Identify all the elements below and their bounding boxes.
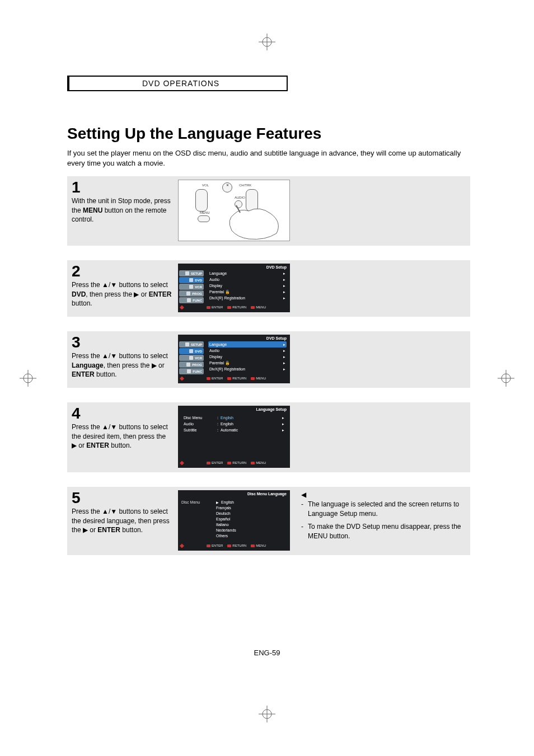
crop-mark-icon — [20, 370, 36, 387]
menu-icon — [251, 544, 255, 547]
menu-icon — [251, 377, 255, 380]
chevron-right-icon: ▸ — [283, 284, 285, 288]
chevron-right-icon: ▸ — [283, 349, 285, 353]
func-icon — [187, 369, 191, 373]
osd-language-setup: Language Setup Disc Menu:English▸ Audio:… — [178, 406, 290, 468]
step-text: With the unit in Stop mode, press the ME… — [72, 197, 171, 223]
step-text: Press the ▲/▼ buttons to select the desi… — [72, 423, 168, 449]
step-number: 5 — [72, 490, 172, 506]
crop-mark-icon — [259, 706, 275, 722]
chevron-right-icon: ▸ — [283, 271, 285, 276]
triangle-right-icon: ▶ — [216, 500, 219, 504]
return-icon — [227, 306, 231, 309]
page-number: ENG-59 — [0, 649, 534, 657]
step-text: Press the ▲/▼ buttons to select the desi… — [72, 508, 170, 533]
remote-vol-label: VOL — [202, 184, 209, 187]
osd-footer: ENTER RETURN MENU — [178, 303, 290, 311]
remote-vol-rocker — [195, 189, 208, 212]
chevron-right-icon: ▸ — [283, 361, 285, 365]
chevron-right-icon: ▸ — [279, 422, 284, 426]
tape-icon — [189, 356, 193, 360]
osd-sidebar: SETUP DVD VCR PROG FUNC — [178, 270, 204, 303]
osd-footer: ENTER RETURN MENU — [178, 374, 290, 382]
chevron-right-icon: ▸ — [279, 428, 284, 433]
return-icon — [227, 544, 231, 547]
chevron-right-icon: ▸ — [283, 278, 285, 282]
move-icon — [180, 376, 184, 381]
osd-dvd-setup-highlighted: DVD Setup SETUP DVD VCR PROG FUNC Langua… — [178, 335, 290, 383]
osd-footer: ENTER RETURN MENU — [178, 542, 290, 550]
clock-icon — [186, 292, 190, 295]
lock-icon: 🔓 — [225, 361, 230, 365]
osd-title: Language Setup — [178, 406, 290, 412]
return-icon — [227, 377, 231, 380]
section-header: DVD OPERATIONS — [67, 76, 470, 91]
chevron-right-icon: ▸ — [279, 416, 284, 420]
step-number: 3 — [72, 335, 172, 350]
move-icon — [180, 305, 184, 309]
intro-text: If you set the player menu on the OSD di… — [67, 148, 470, 168]
chevron-right-icon: ▸ — [283, 355, 285, 359]
enter-icon — [207, 544, 210, 547]
osd-disc-menu-language: Disc Menu Language Disc Menu ▶English Fr… — [178, 490, 290, 551]
crop-mark-icon — [259, 34, 275, 50]
lock-icon: 🔓 — [225, 290, 230, 294]
step-5: 5 Press the ▲/▼ buttons to select the de… — [67, 487, 470, 555]
chevron-right-icon: ▸ — [283, 290, 285, 294]
remote-menu-label: MENU — [200, 211, 210, 214]
step-side-notes: ◀ -The language is selected and the scre… — [290, 490, 466, 544]
triangle-left-icon: ◀ — [301, 490, 306, 500]
osd-footer: ENTER RETURN MENU — [178, 459, 290, 467]
enter-icon — [207, 377, 210, 380]
side-note: The language is selected and the screen … — [308, 500, 466, 519]
osd-title: Disc Menu Language — [178, 490, 290, 497]
step-1: 1 With the unit in Stop mode, press the … — [67, 176, 470, 246]
remote-chtrk-label: CH/TRK — [239, 184, 251, 187]
step-4: 4 Press the ▲/▼ buttons to select the de… — [67, 402, 470, 472]
remote-audio-label: AUDIO — [235, 196, 245, 199]
section-header-label: DVD OPERATIONS — [69, 76, 288, 91]
crop-mark-icon — [498, 370, 514, 387]
osd-sidebar: SETUP DVD VCR PROG FUNC — [178, 341, 204, 374]
side-note: To make the DVD Setup menu disappear, pr… — [308, 522, 466, 541]
step-3: 3 Press the ▲/▼ buttons to select Langua… — [67, 331, 470, 388]
remote-illustration: VOL ✕ CH/TRK AUDIO MENU — [178, 180, 290, 241]
step-text: Press the ▲/▼ buttons to select DVD, the… — [72, 281, 171, 307]
func-icon — [187, 298, 191, 302]
chevron-right-icon: ▸ — [283, 367, 285, 372]
menu-icon — [251, 462, 255, 464]
step-number: 2 — [72, 264, 172, 279]
remote-menu-button — [198, 215, 210, 222]
page-title: Setting Up the Language Features — [67, 125, 470, 143]
gear-icon — [185, 271, 189, 275]
osd-title: DVD Setup — [178, 335, 290, 341]
page-content: DVD OPERATIONS Setting Up the Language F… — [67, 76, 470, 570]
disc-icon — [189, 278, 193, 282]
step-number: 4 — [72, 406, 172, 421]
tape-icon — [189, 285, 193, 289]
menu-icon — [251, 306, 255, 309]
chevron-right-icon: ▸ — [283, 296, 285, 300]
gear-icon — [185, 342, 189, 346]
return-icon — [227, 462, 231, 464]
mute-icon: ✕ — [222, 182, 232, 192]
move-icon — [180, 543, 184, 548]
osd-dvd-setup: DVD Setup SETUP DVD VCR PROG FUNC Langua… — [178, 264, 290, 312]
step-number: 1 — [72, 180, 172, 195]
clock-icon — [186, 363, 190, 367]
osd-left-label: Disc Menu — [181, 499, 215, 538]
enter-icon — [207, 306, 210, 309]
enter-icon — [207, 462, 210, 464]
hand-pointer-icon — [221, 203, 288, 242]
move-icon — [180, 461, 184, 465]
step-2: 2 Press the ▲/▼ buttons to select DVD, t… — [67, 260, 470, 317]
osd-title: DVD Setup — [178, 264, 290, 270]
step-text: Press the ▲/▼ buttons to select Language… — [72, 352, 168, 378]
chevron-right-icon: ▸ — [283, 342, 285, 347]
disc-icon — [189, 349, 193, 353]
